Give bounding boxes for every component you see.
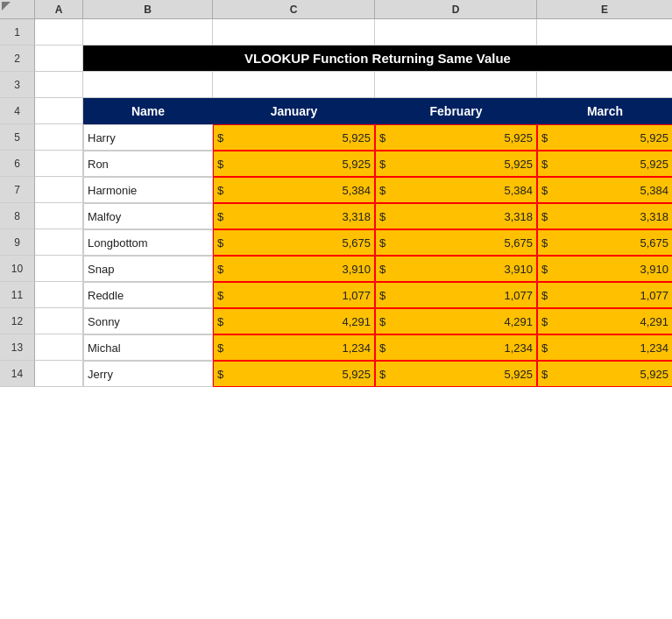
cell-12-feb[interactable]: $4,291: [375, 308, 537, 334]
currency-symbol: $: [541, 289, 555, 302]
row-14: 14Jerry$5,925$5,925$5,925: [0, 361, 672, 387]
cell-7a[interactable]: [35, 177, 83, 203]
cell-11-mar[interactable]: $1,077: [537, 282, 672, 308]
currency-symbol: $: [217, 184, 231, 197]
cell-12-jan[interactable]: $4,291: [213, 308, 375, 334]
cell-5a[interactable]: [35, 124, 83, 151]
row-num-13: 13: [0, 334, 35, 361]
currency-symbol: $: [541, 341, 555, 355]
title-cell[interactable]: VLOOKUP Function Returning Same Value: [83, 46, 672, 72]
col-header-e[interactable]: E: [537, 0, 672, 19]
amount-value: 5,675: [393, 236, 533, 250]
cell-1b[interactable]: [83, 19, 213, 46]
cell-10b[interactable]: Snap: [83, 256, 213, 282]
row-4: 4 Name January February March: [0, 98, 672, 124]
cell-6a[interactable]: [35, 151, 83, 177]
cell-12b[interactable]: Sonny: [83, 308, 213, 334]
cell-14-mar[interactable]: $5,925: [537, 361, 672, 387]
spreadsheet: A B C D E 1 2 VLOOKUP Function Returning…: [0, 0, 672, 619]
cell-5-feb[interactable]: $5,925: [375, 124, 537, 151]
cell-9a[interactable]: [35, 229, 83, 256]
header-february[interactable]: February: [375, 98, 537, 124]
currency-symbol: $: [379, 158, 393, 171]
cell-13-mar[interactable]: $1,234: [537, 334, 672, 361]
currency-symbol: $: [217, 315, 231, 328]
currency-symbol: $: [541, 210, 555, 223]
col-header-d[interactable]: D: [375, 0, 537, 19]
cell-9-jan[interactable]: $5,675: [213, 229, 375, 256]
cell-5b[interactable]: Harry: [83, 124, 213, 151]
cell-3c[interactable]: [213, 72, 375, 98]
cell-3b[interactable]: [83, 72, 213, 98]
row-num-7: 7: [0, 177, 35, 203]
amount-value: 5,925: [393, 131, 533, 144]
col-header-a[interactable]: A: [35, 0, 83, 19]
header-january[interactable]: January: [213, 98, 375, 124]
amount-value: 3,910: [231, 263, 371, 276]
cell-4a[interactable]: [35, 98, 83, 124]
cell-8a[interactable]: [35, 203, 83, 229]
header-march[interactable]: March: [537, 98, 672, 124]
cell-12-mar[interactable]: $4,291: [537, 308, 672, 334]
cell-10-feb[interactable]: $3,910: [375, 256, 537, 282]
currency-symbol: $: [379, 210, 393, 223]
cell-6-feb[interactable]: $5,925: [375, 151, 537, 177]
amount-value: 5,925: [555, 158, 668, 171]
cell-1c[interactable]: [213, 19, 375, 46]
cell-8-feb[interactable]: $3,318: [375, 203, 537, 229]
grid-body: 1 2 VLOOKUP Function Returning Same Valu…: [0, 19, 672, 619]
cell-13-jan[interactable]: $1,234: [213, 334, 375, 361]
cell-13a[interactable]: [35, 334, 83, 361]
cell-2a[interactable]: [35, 46, 83, 72]
row-7: 7Harmonie$5,384$5,384$5,384: [0, 177, 672, 203]
row-1: 1: [0, 19, 672, 46]
cell-1e[interactable]: [537, 19, 672, 46]
cell-7b[interactable]: Harmonie: [83, 177, 213, 203]
cell-7-mar[interactable]: $5,384: [537, 177, 672, 203]
amount-value: 4,291: [231, 315, 371, 328]
cell-6-jan[interactable]: $5,925: [213, 151, 375, 177]
cell-12a[interactable]: [35, 308, 83, 334]
cell-1d[interactable]: [375, 19, 537, 46]
cell-1a[interactable]: [35, 19, 83, 46]
header-name[interactable]: Name: [83, 98, 213, 124]
amount-value: 4,291: [555, 315, 668, 328]
row-num-11: 11: [0, 282, 35, 308]
row-num-4: 4: [0, 98, 35, 124]
row-num-10: 10: [0, 256, 35, 282]
cell-6-mar[interactable]: $5,925: [537, 151, 672, 177]
cell-8b[interactable]: Malfoy: [83, 203, 213, 229]
cell-5-jan[interactable]: $5,925: [213, 124, 375, 151]
cell-8-mar[interactable]: $3,318: [537, 203, 672, 229]
currency-symbol: $: [541, 184, 555, 197]
cell-3a[interactable]: [35, 72, 83, 98]
cell-10-jan[interactable]: $3,910: [213, 256, 375, 282]
cell-3e[interactable]: [537, 72, 672, 98]
cell-5-mar[interactable]: $5,925: [537, 124, 672, 151]
cell-9-feb[interactable]: $5,675: [375, 229, 537, 256]
cell-7-jan[interactable]: $5,384: [213, 177, 375, 203]
cell-9b[interactable]: Longbottom: [83, 229, 213, 256]
cell-13-feb[interactable]: $1,234: [375, 334, 537, 361]
row-5: 5Harry$5,925$5,925$5,925: [0, 124, 672, 151]
cell-14b[interactable]: Jerry: [83, 361, 213, 387]
col-header-b[interactable]: B: [83, 0, 213, 19]
cell-3d[interactable]: [375, 72, 537, 98]
cell-7-feb[interactable]: $5,384: [375, 177, 537, 203]
cell-10-mar[interactable]: $3,910: [537, 256, 672, 282]
currency-symbol: $: [541, 315, 555, 328]
cell-8-jan[interactable]: $3,318: [213, 203, 375, 229]
cell-6b[interactable]: Ron: [83, 151, 213, 177]
cell-10a[interactable]: [35, 256, 83, 282]
cell-11b[interactable]: Reddle: [83, 282, 213, 308]
col-header-c[interactable]: C: [213, 0, 375, 19]
cell-9-mar[interactable]: $5,675: [537, 229, 672, 256]
cell-11-feb[interactable]: $1,077: [375, 282, 537, 308]
cell-14a[interactable]: [35, 361, 83, 387]
cell-14-jan[interactable]: $5,925: [213, 361, 375, 387]
cell-14-feb[interactable]: $5,925: [375, 361, 537, 387]
row-num-12: 12: [0, 308, 35, 334]
cell-11a[interactable]: [35, 282, 83, 308]
cell-11-jan[interactable]: $1,077: [213, 282, 375, 308]
cell-13b[interactable]: Michal: [83, 334, 213, 361]
